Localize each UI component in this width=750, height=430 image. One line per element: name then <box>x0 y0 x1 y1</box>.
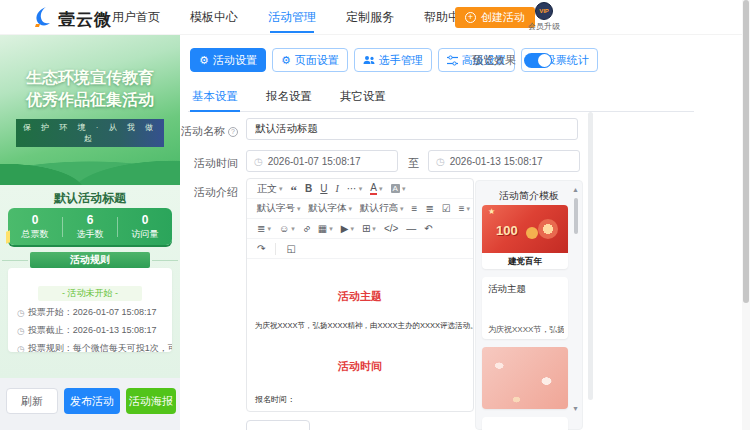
chevron-down-icon: ▾ <box>329 225 333 233</box>
activity-settings-button[interactable]: ⚙ 活动设置 <box>190 48 266 72</box>
template-card-pink[interactable] <box>482 347 568 409</box>
more-styles-dropdown[interactable]: ⋯▾ <box>343 183 367 194</box>
page-scrollbar[interactable] <box>742 0 750 430</box>
line-height-dropdown[interactable]: 默认行高▾ <box>356 202 408 215</box>
indent-dropdown[interactable]: ≣▾ <box>253 223 275 234</box>
start-time-value: 2026-01-07 15:08:17 <box>268 156 361 167</box>
rich-text-editor: 正文▾ “ B U I ⋯▾ A▾ A▾ 默认字号▾ 默认字体▾ 默认行高▾ ≡… <box>246 178 474 412</box>
refresh-button[interactable]: 刷新 <box>6 388 58 414</box>
stat-total-votes: 0 总票数 <box>8 213 62 241</box>
bullet-list-icon[interactable]: ≡ <box>408 203 422 214</box>
toolbar-divider <box>275 243 276 255</box>
editor-bottom-button-partial[interactable] <box>246 420 310 430</box>
italic-icon[interactable]: I <box>331 183 342 194</box>
bg-color-icon: A <box>391 184 400 193</box>
rule-vote-rule: ◷ 投票规则：每个微信每天可投1次，可投3次 <box>8 342 172 352</box>
redo-icon[interactable]: ↷ <box>253 243 269 254</box>
tab-signup-settings[interactable]: 报名设置 <box>264 85 314 111</box>
stat-value: 6 <box>63 213 117 227</box>
main-nav: 用户首页 模板中心 活动管理 定制服务 帮助中心 <box>112 0 472 35</box>
link-icon[interactable]: ∞ <box>299 223 314 234</box>
template-card-text[interactable]: 活动主题 为庆祝XXXX节，弘扬 <box>482 277 568 339</box>
font-family-dropdown[interactable]: 默认字体▾ <box>305 202 357 215</box>
nav-item-activity-management[interactable]: 活动管理 <box>268 0 316 35</box>
stat-label: 总票数 <box>8 228 62 241</box>
activity-name-input[interactable] <box>246 118 578 140</box>
button-label: 选手管理 <box>379 53 423 68</box>
template-card-party-centennial[interactable]: 100 建党百年 <box>482 205 568 269</box>
create-activity-label: 创建活动 <box>481 10 525 25</box>
preview-toggle-row: 预览效果 <box>472 53 552 68</box>
page-scrollbar-thumb[interactable] <box>743 0 749 303</box>
start-time-picker[interactable]: ◷ 2026-01-07 15:08:17 <box>246 150 398 172</box>
editor-toolbar-row-1: 正文▾ “ B U I ⋯▾ A▾ A▾ <box>247 179 473 199</box>
font-size-dropdown[interactable]: 默认字号▾ <box>253 202 305 215</box>
activity-time-label: 活动时间 <box>180 156 238 171</box>
nav-item-custom-service[interactable]: 定制服务 <box>346 0 394 35</box>
link-glyph: ∞ <box>300 222 313 235</box>
video-icon: ▶ <box>341 223 349 234</box>
player-management-button[interactable]: 选手管理 <box>354 48 432 72</box>
nav-item-home[interactable]: 用户首页 <box>112 0 160 35</box>
chevron-down-icon: ▾ <box>372 225 376 233</box>
code-block-icon[interactable]: </> <box>380 223 402 234</box>
editor-toolbar-row-4: ↷ ◱ <box>247 239 473 259</box>
chevron-down-icon: ▾ <box>379 185 383 193</box>
chevron-down-icon: ▾ <box>291 225 295 233</box>
nav-item-templates[interactable]: 模板中心 <box>190 0 238 35</box>
editor-heading-time: 活动时间 <box>255 359 465 374</box>
template-card-partial[interactable] <box>482 417 568 430</box>
indent-icon: ≣ <box>257 223 265 234</box>
scroll-up-arrow-icon[interactable]: ▲ <box>572 186 579 193</box>
brand-swoosh-icon <box>32 5 54 33</box>
emoji-dropdown[interactable]: ☺▾ <box>275 223 299 234</box>
clock-icon: ◷ <box>254 156 263 167</box>
button-label: 活动设置 <box>213 53 257 68</box>
label-text: 活动介绍 <box>194 185 238 200</box>
help-icon[interactable]: ? <box>228 127 238 137</box>
divider-icon[interactable]: — <box>402 223 420 234</box>
brand-logo[interactable]: 壹云微 <box>32 5 112 33</box>
banner-title-line2: 优秀作品征集活动 <box>0 89 180 111</box>
dropdown-label: 正文 <box>257 182 277 196</box>
rules-card: - 活动未开始 - ◷ 投票开始：2026-01-07 15:08:17 ◷ 投… <box>8 268 172 352</box>
tab-other-settings[interactable]: 其它设置 <box>338 85 388 111</box>
emoji-icon: ☺ <box>279 223 289 234</box>
scroll-down-arrow-icon[interactable]: ▼ <box>572 405 579 412</box>
underline-icon[interactable]: U <box>316 183 331 194</box>
numbered-list-icon[interactable]: ≣ <box>421 203 437 214</box>
page-settings-button[interactable]: ⚙ 页面设置 <box>272 48 348 72</box>
undo-icon[interactable]: ↶ <box>420 223 436 234</box>
align-dropdown[interactable]: ≡▾ <box>455 203 474 214</box>
tab-basic-settings[interactable]: 基本设置 <box>190 85 240 111</box>
template-caption: 建党百年 <box>482 253 568 269</box>
video-dropdown[interactable]: ▶▾ <box>337 223 358 234</box>
image-dropdown[interactable]: ▦▾ <box>314 223 337 234</box>
preview-toggle-switch[interactable] <box>524 53 552 68</box>
bold-icon[interactable]: B <box>301 183 316 194</box>
quote-icon[interactable]: “ <box>287 182 302 195</box>
todo-list-icon[interactable]: ☑ <box>438 203 455 214</box>
intro-template-panel: 活动简介模板 100 建党百年 活动主题 为庆祝XXXX节，弘扬 ▲ ▼ <box>475 180 583 430</box>
vip-upgrade[interactable]: VIP 会员升级 <box>523 2 565 32</box>
template-text-snippet: 为庆祝XXXX节，弘扬 <box>488 324 564 335</box>
form-area-scrollbar[interactable] <box>588 112 593 400</box>
people-icon <box>363 55 375 66</box>
font-color-dropdown[interactable]: A▾ <box>366 183 386 195</box>
end-time-picker[interactable]: ◷ 2026-01-13 15:08:17 <box>428 150 580 172</box>
editor-content-area[interactable]: 活动主题 为庆祝XXXX节，弘扬XXXX精神，由XXXX主办的XXXX评选活动。… <box>247 259 473 412</box>
app-root: 壹云微 用户首页 模板中心 活动管理 定制服务 帮助中心 + 创建活动 VIP … <box>0 0 750 430</box>
table-dropdown[interactable]: ⊞▾ <box>358 223 380 234</box>
publish-activity-button[interactable]: 发布活动 <box>64 388 120 414</box>
phone-body: 默认活动标题 0 总票数 6 选手数 0 访问量 活动规则 - 活 <box>0 185 180 378</box>
main-content: ⚙ 活动设置 ⚙ 页面设置 选手管理 高级设置 <box>180 35 742 430</box>
rule-text: 投票开始：2026-01-07 15:08:17 <box>28 306 157 319</box>
plus-icon: + <box>465 12 476 23</box>
paragraph-style-dropdown[interactable]: 正文▾ <box>253 182 287 196</box>
bg-color-dropdown[interactable]: A▾ <box>387 184 410 193</box>
vip-upgrade-label: 会员升级 <box>523 21 565 32</box>
activity-poster-button[interactable]: 活动海报 <box>126 388 176 414</box>
fullscreen-icon[interactable]: ◱ <box>282 243 299 254</box>
button-label: 页面设置 <box>295 53 339 68</box>
template-scrollbar-thumb[interactable] <box>574 198 578 234</box>
